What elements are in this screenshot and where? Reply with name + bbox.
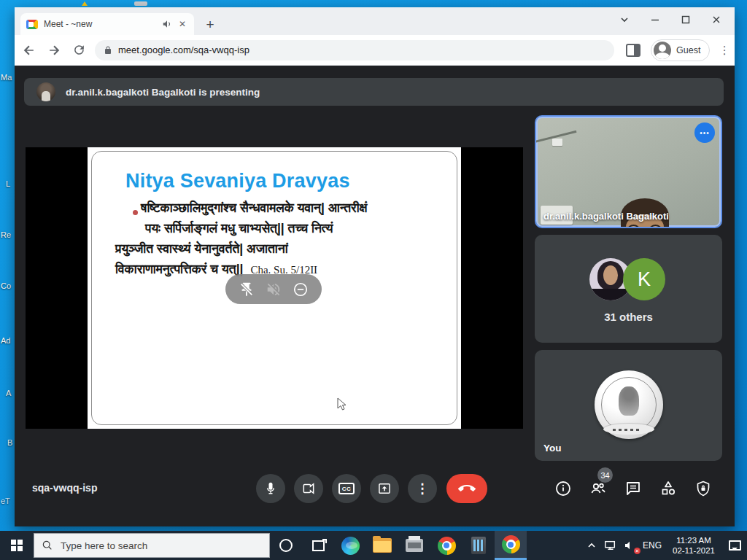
microphone-button[interactable] [256,474,285,503]
tab-search-chevron-icon[interactable] [619,15,630,25]
others-count-label: 31 others [535,311,722,323]
presenter-avatar [36,82,55,101]
chat-button[interactable] [624,480,642,497]
profile-button[interactable]: Guest [651,39,710,61]
more-options-icon: ⋮ [416,481,429,497]
task-view-button[interactable] [302,531,334,560]
audio-muted-icon [266,281,282,298]
desktop-icon-label-fragment: Co [1,281,11,290]
new-tab-button[interactable]: + [201,16,219,34]
date-text: 02-11-2021 [673,546,715,555]
forward-button[interactable] [44,40,64,61]
meet-favicon-icon [26,20,38,29]
captions-button[interactable]: CC [332,474,361,503]
remove-tile-icon[interactable] [293,281,309,298]
volume-muted-icon[interactable]: ✕ [620,531,639,560]
desktop: Ma L Re Co Ad A B eT Meet - ~new ✕ + [0,0,747,560]
task-view-icon [312,540,325,551]
slide-text-line: षष्टिकाञ्छालिमुद्गांश्च सैन्धवामलके यवान… [141,201,367,216]
action-center-icon [729,540,741,551]
captions-icon: CC [338,483,355,494]
present-button[interactable] [370,474,399,503]
tile-options-button[interactable]: ••• [694,122,715,143]
windows-logo-icon [11,540,23,551]
activities-button[interactable] [659,480,677,497]
taskbar-app-button[interactable] [462,531,495,560]
desktop-icon-label-fragment: L [6,179,10,188]
side-panel-icon[interactable] [626,44,640,57]
browser-menu-icon[interactable]: ⋮ [719,44,730,57]
taskbar-explorer-button[interactable] [366,531,398,560]
browser-toolbar: meet.google.com/sqa-vwqq-isp Guest ⋮ [15,35,735,66]
more-options-button[interactable]: ⋮ [408,474,437,503]
desktop-icon-label-fragment: Ma [1,73,12,82]
presenting-banner-text: dr.anil.k.bagalkoti Bagalkoti is present… [66,87,260,98]
folder-icon [373,538,392,553]
participants-button[interactable] [589,480,607,497]
taskbar-edge-button[interactable] [334,531,366,560]
webcam-background-detail [552,139,562,146]
tile-hover-controls [225,274,322,304]
presenting-banner: dr.anil.k.bagalkoti Bagalkoti is present… [24,78,724,106]
tray-chevron-icon[interactable] [582,531,601,560]
windows-taskbar: Type here to search ✕ ENG 11:23 AM 02-11… [0,531,747,560]
presenter-video-tile[interactable]: dr.anil.k.bagalkoti Bagalkoti ••• [535,115,722,228]
others-tile[interactable]: K 31 others [535,235,722,343]
cortana-button[interactable] [270,531,302,560]
self-tile-label: You [543,443,562,454]
close-window-button[interactable] [711,15,721,25]
presentation-stage[interactable]: Nitya Sevaniya Dravyas षष्टिकाञ्छालिमुद्… [26,147,523,429]
taskbar-printer-button[interactable] [398,531,430,560]
search-icon [42,540,53,551]
url-text: meet.google.com/sqa-vwqq-isp [118,44,249,55]
desktop-icon-label-fragment: Re [1,230,11,239]
meeting-code: sqa-vwqq-isp [32,482,97,494]
back-button[interactable] [19,40,39,61]
camera-button[interactable] [294,474,323,503]
desktop-icon-label-fragment: B [7,438,12,447]
taskbar-chrome-active-button[interactable] [495,531,527,560]
meeting-details-button[interactable] [554,480,572,497]
clock[interactable]: 11:23 AM 02-11-2021 [665,535,722,556]
profile-avatar-icon [654,42,671,59]
chrome-icon [502,535,520,553]
desktop-icon-label-fragment: A [6,389,11,397]
call-end-icon [458,480,476,497]
action-center-button[interactable] [722,531,747,560]
microphone-icon [263,481,278,496]
desktop-icon-fragment [82,1,88,6]
host-controls-button[interactable] [694,480,712,497]
presenter-tile-name: dr.anil.k.bagalkoti Bagalkoti [543,211,669,222]
taskbar-search-input[interactable]: Type here to search [34,533,270,558]
tab-strip: Meet - ~new ✕ + [15,7,735,35]
others-avatars: K [535,258,722,300]
time-text: 11:23 AM [676,536,711,545]
chrome-icon [438,537,456,555]
reload-button[interactable] [69,40,89,61]
system-tray: ✕ ENG 11:23 AM 02-11-2021 [582,531,747,560]
network-icon[interactable] [601,531,620,560]
address-bar[interactable]: meet.google.com/sqa-vwqq-isp [95,40,614,61]
taskbar-chrome-button[interactable] [430,531,462,560]
leave-call-button[interactable] [446,474,487,503]
self-avatar-seal [595,370,663,439]
tab-audio-icon[interactable] [162,19,172,29]
maximize-button[interactable] [681,15,691,25]
desktop-icon-label-fragment: Ad [1,336,10,345]
desktop-icon-label-fragment: eT [1,497,10,505]
search-placeholder: Type here to search [61,540,147,551]
participant-avatar-letter: K [623,258,665,300]
lock-icon [104,45,112,55]
tab-meet[interactable]: Meet - ~new ✕ [20,13,194,35]
self-tile[interactable]: You [535,350,722,461]
language-indicator[interactable]: ENG [639,540,665,551]
unpin-icon[interactable] [239,281,255,298]
app-icon [471,537,486,554]
browser-window: Meet - ~new ✕ + [15,7,735,526]
edge-icon [341,537,360,555]
tab-close-icon[interactable]: ✕ [177,18,188,30]
start-button[interactable] [0,531,34,560]
minimize-button[interactable] [650,15,660,25]
printer-icon [406,539,423,552]
slide-text-line: प्रयुञ्जीत स्वास्थ्यं येनानुवर्तते| अजात… [115,241,288,257]
